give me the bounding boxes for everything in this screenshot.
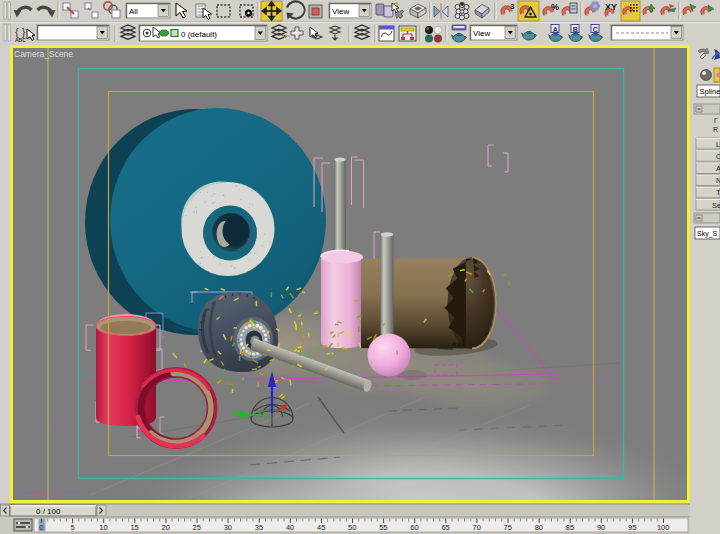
svg-text:View: View (473, 29, 490, 38)
svg-text:20: 20 (162, 523, 170, 532)
svg-text:N: N (716, 176, 720, 185)
svg-text:Sky_S: Sky_S (697, 230, 718, 238)
svg-text:All: All (129, 7, 138, 16)
svg-text:60: 60 (410, 523, 418, 532)
svg-text:75: 75 (504, 523, 512, 532)
svg-text:0 (default): 0 (default) (181, 30, 217, 39)
svg-text:C: C (593, 26, 598, 33)
svg-text:100: 100 (657, 523, 670, 532)
svg-text:A: A (716, 164, 720, 173)
svg-text:C: C (716, 152, 720, 161)
svg-text:T: T (716, 188, 720, 197)
svg-text:85: 85 (566, 523, 574, 532)
svg-text:15: 15 (130, 523, 138, 532)
svg-text:90: 90 (597, 523, 605, 532)
svg-text:ABC: ABC (15, 37, 26, 43)
svg-text:0 / 100: 0 / 100 (36, 507, 61, 516)
svg-text:A: A (553, 26, 558, 33)
svg-text:B: B (573, 26, 578, 33)
svg-text:z: z (275, 378, 278, 384)
svg-text:10: 10 (99, 523, 107, 532)
svg-text:80: 80 (535, 523, 543, 532)
svg-text:45: 45 (317, 523, 325, 532)
svg-text:95: 95 (628, 523, 636, 532)
svg-text:0: 0 (39, 523, 43, 532)
svg-text:70: 70 (473, 523, 481, 532)
svg-text:Camera_Scene: Camera_Scene (14, 49, 73, 59)
svg-text:3: 3 (510, 2, 515, 11)
svg-text:L: L (716, 140, 720, 149)
svg-text:30: 30 (224, 523, 232, 532)
svg-text:Se: Se (712, 201, 720, 210)
svg-text:35: 35 (255, 523, 263, 532)
svg-text:Spline: Spline (700, 87, 720, 96)
svg-text:25: 25 (193, 523, 201, 532)
svg-text:40: 40 (286, 523, 294, 532)
svg-text:%: % (551, 2, 559, 12)
svg-text:5: 5 (70, 523, 74, 532)
svg-text:Γ: Γ (714, 117, 718, 124)
svg-text:65: 65 (441, 523, 449, 532)
svg-text:55: 55 (379, 523, 387, 532)
svg-text:R: R (713, 126, 718, 133)
svg-text:View: View (332, 7, 349, 16)
svg-text:50: 50 (348, 523, 356, 532)
